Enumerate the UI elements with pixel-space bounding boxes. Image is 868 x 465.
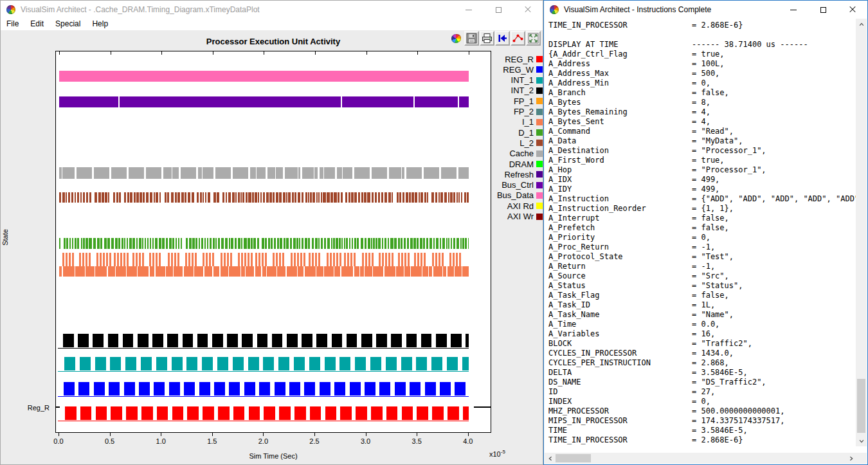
plot-window-titlebar[interactable]: VisualSim Architect - .Cache_DRAM.Timing… [1, 1, 543, 19]
bar [392, 253, 393, 266]
fullscreen-button[interactable] [526, 31, 541, 46]
maximize-button[interactable] [808, 1, 838, 19]
bar [308, 238, 310, 249]
bar [422, 266, 422, 277]
plot-points-button[interactable] [511, 31, 525, 46]
bar [95, 192, 97, 203]
bar [149, 253, 151, 266]
scroll-down-button[interactable] [856, 435, 867, 446]
bar [62, 266, 63, 277]
bar [338, 192, 339, 203]
bar [167, 192, 169, 203]
horizontal-scroll-thumb[interactable] [556, 454, 591, 462]
console-var-value: = -1, [692, 262, 715, 271]
console-window-titlebar[interactable]: VisualSim Architect - Instructions Compl… [544, 1, 867, 19]
bar [318, 238, 320, 249]
bar [325, 357, 336, 370]
bar [297, 266, 298, 277]
bar [273, 192, 275, 203]
plot-window-content: Processor Execution Unit Activity 0.00.5… [1, 30, 543, 464]
bar [372, 192, 374, 203]
menu-special[interactable]: Special [50, 19, 86, 30]
vertical-scrollbar[interactable] [856, 19, 867, 446]
scroll-right-button[interactable] [845, 453, 856, 464]
bar [346, 238, 347, 249]
bar [284, 238, 285, 249]
bar [66, 238, 68, 249]
bar [86, 192, 89, 203]
bar [293, 238, 296, 249]
bar [441, 167, 457, 179]
bar [385, 253, 387, 266]
bar [139, 253, 141, 266]
bar [467, 192, 469, 203]
bar [203, 406, 214, 420]
bar [169, 238, 172, 249]
bar [124, 192, 127, 203]
close-button[interactable] [838, 1, 867, 19]
legend-label: D_1 [518, 128, 534, 138]
bar [401, 357, 412, 370]
console-var-value: = 1L, [692, 300, 715, 309]
bar [289, 382, 300, 396]
bar [59, 192, 61, 203]
bar [303, 253, 305, 266]
close-button[interactable] [513, 1, 543, 19]
series-cache [56, 167, 491, 179]
vertical-scroll-thumb[interactable] [857, 379, 865, 433]
bar [146, 167, 161, 179]
bar [98, 192, 101, 203]
bar [458, 167, 469, 179]
menu-help[interactable]: Help [86, 19, 114, 30]
console-line: CYCLES_IN_PROCESSOR= 1434.0, [548, 349, 856, 358]
minimize-button[interactable] [779, 1, 808, 19]
bar [375, 238, 377, 249]
maximize-button[interactable] [484, 1, 513, 19]
bar [181, 192, 184, 203]
plot-window-title: VisualSim Architect - .Cache_DRAM.Timing… [21, 5, 260, 14]
bar [255, 192, 257, 203]
bar [109, 382, 120, 396]
console-output[interactable]: TIME_IN_PROCESSOR= 2.868E-6} DISPLAY AT … [545, 19, 856, 446]
scroll-up-button[interactable] [856, 19, 867, 30]
bar [453, 192, 455, 203]
legend-entry-int_1: INT_1 [511, 76, 543, 85]
bar [212, 266, 213, 277]
bar [109, 253, 111, 266]
series-bus_ctrl [56, 96, 491, 107]
legend-entry-fp_2: FP_2 [514, 107, 543, 116]
bar [89, 238, 91, 249]
x-axis-title: Sim Time (Sec) [55, 452, 491, 460]
minimize-button[interactable] [454, 1, 484, 19]
bar [249, 406, 260, 420]
series-reg_r [56, 406, 491, 421]
bar [111, 167, 127, 179]
bar [86, 253, 87, 266]
bar [321, 238, 323, 249]
bar [146, 192, 149, 203]
bar [440, 192, 443, 203]
bar [414, 253, 416, 266]
bar [436, 334, 447, 347]
console-var-name: A_Address_Min [548, 78, 692, 88]
console-var-value: = "Processor_1", [692, 165, 766, 174]
bar [276, 266, 277, 277]
console-var-name: TIME_IN_PROCESSOR [548, 435, 692, 445]
horizontal-scrollbar[interactable] [545, 453, 856, 464]
bar [447, 357, 458, 370]
reset-view-button[interactable] [495, 31, 510, 46]
close-icon [849, 6, 856, 13]
bar [280, 238, 282, 249]
bar [152, 334, 163, 347]
menu-edit[interactable]: Edit [24, 19, 50, 30]
bar [383, 266, 384, 277]
menu-file[interactable]: File [1, 19, 24, 30]
console-var-name: TIME_IN_PROCESSOR [548, 21, 692, 30]
bar [253, 238, 256, 249]
x-tick-top [315, 51, 316, 55]
bar [420, 192, 423, 203]
console-var-value: = 174.3375174337517, [692, 416, 785, 425]
bar [462, 238, 464, 249]
bar [323, 266, 325, 277]
scroll-left-button[interactable] [545, 453, 556, 464]
